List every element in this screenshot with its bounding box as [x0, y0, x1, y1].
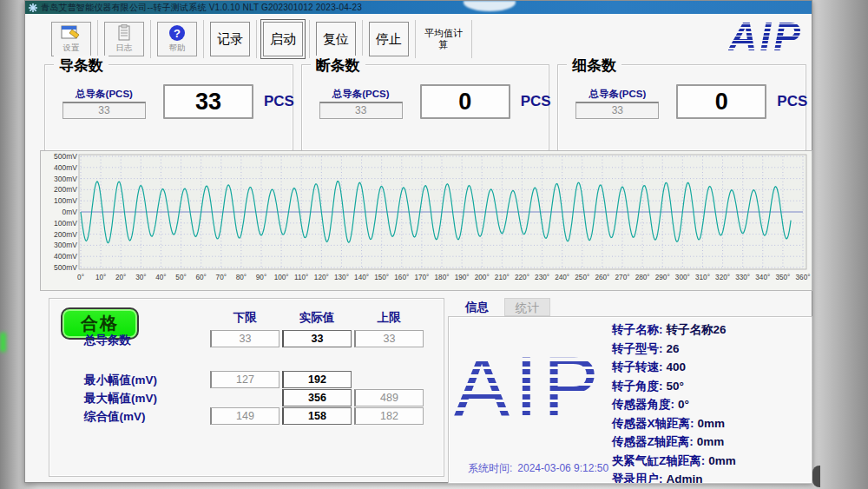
- info-line-rotor-speed: 转子转速:400: [612, 360, 748, 379]
- tab-info[interactable]: 信息: [455, 298, 499, 316]
- app-icon: [29, 3, 37, 12]
- row-label-max-amplitude: 最大幅值(mV): [84, 391, 157, 406]
- lower-limit-header: 下限: [210, 310, 279, 326]
- min-amplitude-actual: 192: [282, 371, 352, 388]
- total-bars-upper[interactable]: 33: [354, 330, 424, 347]
- x-tick-label: 160°: [394, 274, 409, 281]
- stop-button[interactable]: 停止: [369, 22, 409, 56]
- screen-artifact: [812, 466, 820, 487]
- pcs-unit-label: PCS: [777, 93, 807, 110]
- total-bars-input[interactable]: 33: [62, 102, 146, 119]
- x-tick-label: 320°: [715, 274, 730, 281]
- total-bars-actual: 33: [282, 330, 352, 347]
- groupbox-title: 断条数: [311, 56, 365, 76]
- average-calc-button[interactable]: 平均值计算: [422, 22, 465, 56]
- x-tick-label: 300°: [675, 274, 690, 281]
- start-button[interactable]: 启动: [263, 22, 303, 56]
- min-amplitude-lower[interactable]: 127: [210, 371, 279, 388]
- x-tick-label: 110°: [294, 274, 308, 281]
- x-tick-label: 30°: [135, 274, 146, 281]
- info-body: AIP 转子名称:转子名称26 转子型号:26 转子转速:400 转子角度:50…: [448, 316, 812, 484]
- info-line-sensor-angle: 传感器角度:0°: [612, 397, 748, 416]
- x-tick-label: 230°: [535, 274, 549, 281]
- y-tick-label: 400mV: [54, 252, 77, 261]
- tab-statistics[interactable]: 统计: [504, 298, 550, 316]
- y-tick-label: 400mV: [54, 163, 77, 172]
- svg-text:?: ?: [174, 27, 181, 40]
- groupbox-thin-count: 细条数 总导条(PCS) 33 0 PCS: [557, 64, 806, 151]
- x-tick-label: 310°: [695, 274, 710, 281]
- toolbar-separator: [256, 20, 257, 58]
- groupbox-title: 导条数: [54, 56, 108, 76]
- log-icon: [114, 24, 135, 42]
- x-tick-label: 260°: [595, 274, 609, 281]
- x-tick-label: 0°: [77, 274, 84, 281]
- composite-lower[interactable]: 149: [210, 407, 279, 425]
- reset-button[interactable]: 复位: [316, 22, 356, 56]
- y-tick-label: 0mV: [62, 208, 78, 216]
- x-tick-label: 250°: [575, 274, 589, 281]
- x-tick-label: 120°: [314, 274, 329, 281]
- x-tick-label: 90°: [256, 274, 266, 281]
- max-amplitude-actual: 356: [282, 389, 352, 406]
- rotor-info-list: 转子名称:转子名称26 转子型号:26 转子转速:400 转子角度:50° 传感…: [612, 322, 748, 484]
- max-amplitude-upper[interactable]: 489: [354, 389, 424, 406]
- x-tick-label: 70°: [216, 274, 227, 281]
- toolbar-separator: [309, 20, 310, 58]
- x-tick-label: 80°: [236, 274, 247, 281]
- x-tick-label: 290°: [655, 274, 670, 281]
- x-tick-label: 350°: [775, 274, 790, 281]
- x-tick-label: 270°: [615, 274, 630, 281]
- x-tick-label: 220°: [515, 274, 529, 281]
- total-bars-input[interactable]: 33: [575, 102, 659, 119]
- client-area: 设置 日志 ? 帮助: [25, 14, 812, 482]
- log-button[interactable]: 日志: [104, 22, 144, 56]
- info-line-cylinder-z: 夹紧气缸Z轴距离:0mm: [612, 453, 748, 472]
- x-tick-label: 340°: [755, 274, 770, 281]
- actual-value-header: 实际值: [282, 310, 352, 326]
- x-tick-label: 280°: [635, 274, 650, 281]
- total-bars-lower[interactable]: 33: [210, 330, 279, 347]
- x-tick-label: 170°: [414, 274, 429, 281]
- toolbar-separator: [203, 20, 204, 58]
- settings-button[interactable]: 设置: [51, 22, 91, 56]
- total-bars-input[interactable]: 33: [319, 102, 403, 119]
- row-label-composite: 综合值(mV): [84, 409, 146, 425]
- waveform-chart-panel: 500mV400mV300mV200mV100mV0mV100mV200mV30…: [40, 150, 812, 291]
- help-label: 帮助: [169, 43, 186, 54]
- waveform-chart: 500mV400mV300mV200mV100mV0mV100mV200mV30…: [41, 151, 812, 290]
- pcs-unit-label: PCS: [264, 93, 294, 110]
- settings-icon: [61, 24, 82, 42]
- x-tick-label: 140°: [354, 274, 369, 281]
- x-tick-label: 240°: [555, 274, 569, 281]
- info-line-sensor-x: 传感器X轴距离:0mm: [612, 416, 748, 435]
- bar-count-display: 33: [163, 84, 253, 119]
- info-panel: 信息 统计 AIP 转子名称:转子名称26 转子型号:26 转子转速:400 转…: [448, 298, 812, 484]
- info-line-login-user: 登录用户:Admin: [612, 472, 748, 484]
- y-tick-label: 300mV: [54, 241, 77, 249]
- y-tick-label: 200mV: [54, 185, 77, 194]
- toolbar: 设置 日志 ? 帮助: [51, 19, 478, 59]
- pcs-unit-label: PCS: [521, 93, 551, 110]
- app-window: 青岛艾普智能仪器有限公司--转子测试系统 V1.0.10 NLT G202301…: [24, 0, 812, 483]
- settings-label: 设置: [63, 43, 80, 54]
- aip-logo: AIP: [728, 17, 803, 56]
- x-tick-label: 10°: [95, 274, 106, 281]
- screen: 青岛艾普智能仪器有限公司--转子测试系统 V1.0.10 NLT G202301…: [0, 0, 868, 489]
- log-label: 日志: [116, 43, 133, 54]
- upper-limit-header: 上限: [354, 310, 424, 326]
- record-button[interactable]: 记录: [210, 22, 250, 56]
- row-label-min-amplitude: 最小幅值(mV): [84, 373, 157, 388]
- title-bar: 青岛艾普智能仪器有限公司--转子测试系统 V1.0.10 NLT G202301…: [25, 1, 812, 14]
- composite-actual: 158: [282, 407, 352, 425]
- info-tabs: 信息 统计: [448, 298, 812, 316]
- y-tick-label: 200mV: [54, 230, 77, 239]
- groupbox-broken-count: 断条数 总导条(PCS) 33 0 PCS: [301, 64, 550, 151]
- row-label-total-bars: 总导条数: [84, 333, 131, 348]
- composite-upper[interactable]: 182: [354, 407, 424, 425]
- toolbar-separator: [97, 20, 98, 58]
- toolbar-separator: [150, 20, 151, 58]
- x-tick-label: 180°: [435, 274, 450, 281]
- broken-count-display: 0: [420, 84, 510, 119]
- help-button[interactable]: ? 帮助: [157, 22, 197, 56]
